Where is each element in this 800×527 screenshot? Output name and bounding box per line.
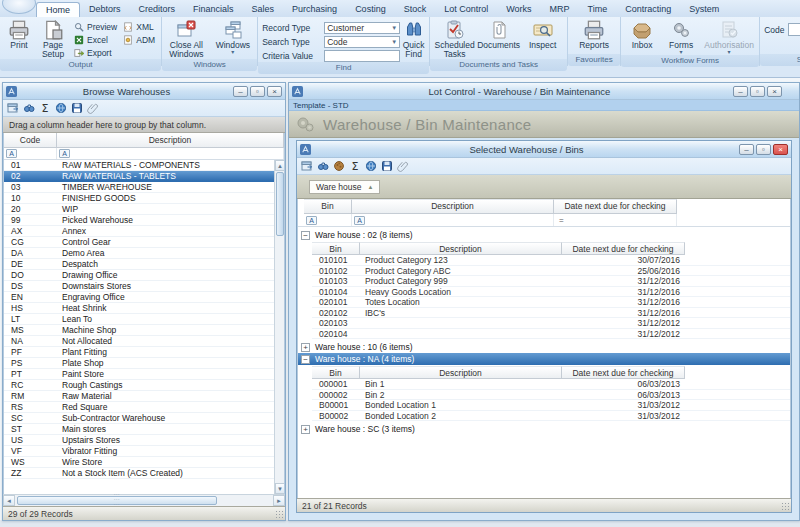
globe-icon[interactable] xyxy=(55,102,67,114)
bins-titlebar[interactable]: Selected Warehouse / Bins – ▫ × xyxy=(297,141,791,158)
expand-icon[interactable]: + xyxy=(301,425,310,434)
bin-row-020104[interactable]: 02010431/12/2012 xyxy=(312,329,790,340)
auto-filter-icon[interactable]: A xyxy=(354,216,365,225)
tab-contracting[interactable]: Contracting xyxy=(616,2,680,17)
bin-row-020101[interactable]: 020101Totes Location31/12/2016 xyxy=(312,297,790,308)
scroll-down-icon[interactable]: ▼ xyxy=(275,483,285,494)
record-type-select[interactable]: Customer▼ xyxy=(324,22,400,34)
group-row[interactable]: −Ware house : 02 (8 items) xyxy=(298,229,790,241)
warehouse-row-VF[interactable]: VFVibrator Fitting xyxy=(4,446,284,457)
warehouse-row-20[interactable]: 20WIP xyxy=(4,204,284,215)
scheduled-tasks-button[interactable]: Scheduled Tasks xyxy=(434,19,475,59)
inspect-button[interactable]: Inspect xyxy=(522,19,563,50)
reports-button[interactable]: Reports xyxy=(572,19,616,50)
warehouse-row-NA[interactable]: NANot Allocated xyxy=(4,336,284,347)
bin-row-B00002[interactable]: B00002Bonded Location 231/03/2012 xyxy=(312,411,790,422)
tab-lot-control[interactable]: Lot Control xyxy=(435,2,497,17)
attachment-icon[interactable] xyxy=(397,160,409,172)
tab-sales[interactable]: Sales xyxy=(243,2,284,17)
collapse-icon[interactable]: − xyxy=(301,355,310,364)
close-all-windows-button[interactable]: Close All Windows xyxy=(166,19,207,59)
warehouse-row-02[interactable]: 02RAW MATERIALS - TABLETS xyxy=(4,171,284,182)
tab-mrp[interactable]: MRP xyxy=(541,2,579,17)
horizontal-scrollbar[interactable]: ◄ ► xyxy=(3,494,285,506)
scroll-up-icon[interactable]: ▲ xyxy=(275,160,285,171)
tab-system[interactable]: System xyxy=(680,2,728,17)
warehouse-row-RC[interactable]: RCRough Castings xyxy=(4,380,284,391)
bin-row-010102[interactable]: 010102Product Category ABC25/06/2016 xyxy=(312,266,790,277)
close-button[interactable]: × xyxy=(773,144,788,155)
attachment-icon[interactable] xyxy=(87,102,99,114)
sum-icon[interactable]: Σ xyxy=(349,160,361,172)
warehouse-row-DA[interactable]: DADemo Area xyxy=(4,248,284,259)
auto-filter-icon[interactable]: A xyxy=(59,149,70,158)
close-button[interactable]: × xyxy=(267,86,282,97)
scroll-right-icon[interactable]: ► xyxy=(273,495,285,506)
quick-find-button[interactable]: Quick Find xyxy=(402,19,425,59)
warehouse-row-SC[interactable]: SCSub-Contractor Warehouse xyxy=(4,413,284,424)
forms-button[interactable]: Forms ▾ xyxy=(664,19,698,55)
search-type-select[interactable]: Code▼ xyxy=(324,36,400,48)
column-header-date-next-due-for-checking[interactable]: Date next due for checking xyxy=(562,366,685,379)
column-header-description[interactable]: Description xyxy=(57,133,284,148)
column-header-bin[interactable]: Bin xyxy=(312,366,360,379)
criteria-value-input[interactable] xyxy=(324,50,400,62)
export-button[interactable]: Export xyxy=(72,47,119,59)
maximize-button[interactable]: ▫ xyxy=(750,86,765,97)
lot-titlebar[interactable]: Lot Control - Warehouse / Bin Maintenanc… xyxy=(289,83,799,100)
warehouse-row-10[interactable]: 10FINISHED GOODS xyxy=(4,193,284,204)
bin-row-010101[interactable]: 010101Product Category 12330/07/2016 xyxy=(312,255,790,266)
warehouse-row-DS[interactable]: DSDownstairs Stores xyxy=(4,281,284,292)
bin-row-020102[interactable]: 020102IBC's31/12/2016 xyxy=(312,308,790,319)
group-by-warehouse-button[interactable]: Ware house ▲ xyxy=(309,180,380,194)
find-icon[interactable] xyxy=(23,102,35,114)
equals-filter-icon[interactable]: = xyxy=(556,216,564,225)
expand-icon[interactable]: + xyxy=(301,343,310,352)
minimize-button[interactable]: – xyxy=(739,144,754,155)
xml-button[interactable]: XML xyxy=(121,21,157,33)
warehouse-row-RM[interactable]: RMRaw Material xyxy=(4,391,284,402)
column-header-bin[interactable]: Bin xyxy=(304,199,352,214)
window-export-icon[interactable] xyxy=(7,102,19,114)
scrollbar-thumb[interactable] xyxy=(17,496,217,505)
tab-time[interactable]: Time xyxy=(579,2,617,17)
warehouse-row-HS[interactable]: HSHeat Shrink xyxy=(4,303,284,314)
preview-button[interactable]: Preview xyxy=(72,21,119,33)
tab-financials[interactable]: Financials xyxy=(184,2,243,17)
globe-icon[interactable] xyxy=(365,160,377,172)
bin-row-010103[interactable]: 010103Product Category 99931/12/2016 xyxy=(312,276,790,287)
column-header-code[interactable]: Code xyxy=(4,133,57,148)
excel-button[interactable]: Excel xyxy=(72,34,119,46)
code-input[interactable] xyxy=(788,23,800,36)
tab-creditors[interactable]: Creditors xyxy=(130,2,185,17)
warehouse-row-01[interactable]: 01RAW MATERIALS - COMPONENTS xyxy=(4,160,284,171)
tab-home[interactable]: Home xyxy=(36,2,80,17)
resize-grip[interactable] xyxy=(781,502,790,511)
warehouse-row-PF[interactable]: PFPlant Fitting xyxy=(4,347,284,358)
warehouse-row-PS[interactable]: PSPlate Shop xyxy=(4,358,284,369)
group-row[interactable]: −Ware house : NA (4 items) xyxy=(298,353,790,365)
tab-works[interactable]: Works xyxy=(497,2,540,17)
bin-row-010104[interactable]: 010104Heavy Goods Location31/12/2016 xyxy=(312,287,790,298)
maximize-button[interactable]: ▫ xyxy=(250,86,265,97)
warehouse-row-MS[interactable]: MSMachine Shop xyxy=(4,325,284,336)
authorisation-button[interactable]: Authorisation ▾ xyxy=(703,19,755,55)
group-row[interactable]: +Ware house : SC (3 items) xyxy=(298,423,790,435)
maximize-button[interactable]: ▫ xyxy=(756,144,771,155)
inbox-button[interactable]: Inbox xyxy=(625,19,659,50)
window-export-icon[interactable] xyxy=(301,160,313,172)
auto-filter-icon[interactable]: A xyxy=(6,149,17,158)
resize-grip[interactable] xyxy=(275,510,284,519)
column-header-bin[interactable]: Bin xyxy=(312,242,360,255)
column-header-date-next-due-for-checking[interactable]: Date next due for checking xyxy=(554,199,677,214)
scroll-left-icon[interactable]: ◄ xyxy=(3,495,15,506)
adm-button[interactable]: ADM xyxy=(121,34,157,46)
warehouse-row-EN[interactable]: ENEngraving Office xyxy=(4,292,284,303)
collapse-icon[interactable]: − xyxy=(301,231,310,240)
column-header-description[interactable]: Description xyxy=(352,199,554,214)
browse-titlebar[interactable]: Browse Warehouses – ▫ × xyxy=(3,83,285,100)
application-button[interactable] xyxy=(2,0,36,14)
tab-purchasing[interactable]: Purchasing xyxy=(283,2,346,17)
column-header-description[interactable]: Description xyxy=(360,242,562,255)
warehouse-row-03[interactable]: 03TIMBER WAREHOUSE xyxy=(4,182,284,193)
